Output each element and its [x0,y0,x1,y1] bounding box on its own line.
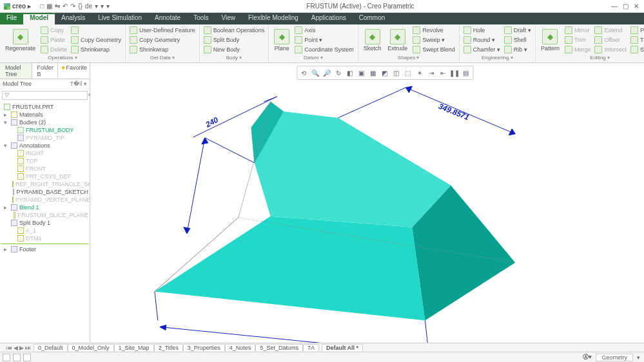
ribbon-shrinkwrap[interactable]: Shrinkwrap [128,45,197,54]
tree-item[interactable]: ▾Bodies (2) [1,119,88,126]
ribbon-swept-blend[interactable]: Swept Blend [411,45,456,54]
ribbon-delete[interactable]: Delete [39,45,68,54]
tree-item[interactable]: RIGHT [1,149,88,157]
status-icon[interactable] [3,354,10,361]
tree-item[interactable]: PRT_CSYS_DEF [1,173,88,180]
ribbon-group-label[interactable]: Engineering [462,54,532,61]
tree-tab-favorites[interactable]: ★Favorite [58,63,90,79]
tree-item[interactable]: FRONT [1,165,88,173]
ribbon-offset[interactable]: Offset [593,35,628,44]
ribbon-axis[interactable]: Axis [293,26,355,35]
ribbon-coordinate-system[interactable]: Coordinate System [293,45,355,54]
qat-redo[interactable]: ↷ [70,3,75,10]
smart-select-icon[interactable]: Ⓐ▾ [583,353,592,361]
minimize-icon[interactable]: — [611,3,618,10]
viewport[interactable]: ⟲🔍🔎↻◧▣▦◩◫⬚✶⇥⇤❚❚▤ [90,63,644,343]
ribbon-solidify[interactable]: Solidify [629,45,644,54]
qat-undo[interactable]: ↶ [63,3,68,10]
ribbon-sweep-[interactable]: Sweep ▾ [411,35,456,44]
ribbon-project[interactable]: Project [629,26,644,35]
disclosure-icon[interactable]: ▾ [4,142,9,149]
ribbon-pattern[interactable]: ◆Pattern [538,26,562,54]
maximize-icon[interactable]: ▢ [623,3,629,10]
tree-item[interactable]: FRUSTUM_SLICE_PLANE [1,211,88,219]
tree-item[interactable]: A_1 [1,227,88,234]
view-tab[interactable]: 1_Site_Map [114,344,154,351]
qat-btn[interactable]: {} [78,3,83,10]
tab-flexible-modeling[interactable]: Flexible Modeling [242,13,305,24]
nav-last-icon[interactable]: ⏭ [25,345,31,351]
tree-item[interactable]: ▸Blend 1 [1,204,88,211]
tab-common[interactable]: Common [353,13,392,24]
nav-prev-icon[interactable]: ◀ [14,345,18,351]
tree-item[interactable]: ▾Annotations [1,142,88,149]
ribbon-revolve[interactable]: Revolve [411,26,456,35]
ribbon-copy-geometry[interactable]: Copy Geometry [128,35,197,44]
tree-item[interactable]: ▸Materials [1,111,88,119]
tree-tab-folder[interactable]: Folder B [32,63,59,79]
tree-item[interactable]: FRUSTUM_BODY [1,126,88,134]
ribbon-group-label[interactable]: Operations [3,54,122,61]
disclosure-icon[interactable]: ▸ [4,204,9,211]
ribbon-split-body[interactable]: Split Body [202,35,266,44]
tree-item[interactable]: PYRAMID_TIP [1,134,88,142]
ribbon-group-label[interactable]: Shapes [361,54,456,61]
ribbon-paste[interactable]: Paste [39,35,68,44]
tab-view[interactable]: View [215,13,242,24]
tree-footer[interactable]: ▸ Footer [1,245,88,253]
tree-item[interactable]: TOP [1,157,88,165]
tab-annotate[interactable]: Annotate [148,13,187,24]
view-tab[interactable]: 3_Properties [183,344,225,351]
qat-btn[interactable]: ▾ [95,3,98,10]
selection-filter[interactable]: Geometry [596,354,633,361]
tab-model[interactable]: Model [23,13,55,24]
disclosure-icon[interactable]: ▾ [4,119,9,126]
view-tab-default[interactable]: Default All * [322,344,363,351]
ribbon-user-defined-feature[interactable]: User-Defined Feature [128,26,197,35]
tree-settings-icon[interactable]: T�íl ▾ [70,81,88,87]
ribbon-intersect[interactable]: Intersect [593,45,628,54]
ribbon-copy[interactable]: Copy [39,26,68,35]
tab-tools[interactable]: Tools [187,13,215,24]
ribbon-group-label[interactable]: Body [202,54,266,61]
tree-search-input[interactable] [11,91,87,99]
qat-btn[interactable]: ⇆ [55,3,60,10]
qat-btn[interactable]: ▾ [106,3,110,10]
disclosure-icon[interactable]: ▸ [4,111,9,118]
ribbon-boolean-operations[interactable]: Boolean Operations [202,26,266,35]
tab-applications[interactable]: Applications [305,13,353,24]
nav-first-icon[interactable]: ⏮ [6,345,12,351]
ribbon-group-label[interactable]: Datum [271,54,355,61]
ribbon-chamfer-[interactable]: Chamfer ▾ [462,45,502,54]
tab-file[interactable]: File [0,13,23,24]
ribbon-extrude[interactable]: ◆Extrude [385,26,410,54]
ribbon-shell[interactable]: Shell [503,35,532,44]
ribbon-draft-[interactable]: Draft ▾ [503,26,532,35]
ribbon-thicken[interactable]: Thicken [629,35,644,44]
ribbon-round-[interactable]: Round ▾ [462,35,502,44]
view-tab[interactable]: 0_Model_Only [68,344,114,351]
filter-dropdown-icon[interactable]: ▾ [637,354,640,361]
tree-item[interactable]: DTM1 [1,234,88,242]
ribbon-trim[interactable]: Trim [563,35,592,44]
ribbon-regenerate[interactable]: ◆Regenerate [3,26,38,54]
ribbon-merge[interactable]: Merge [563,45,592,54]
tree-root[interactable]: FRUSTUM.PRT [1,103,88,111]
ribbon-group-label[interactable]: Get Data [128,54,197,61]
view-tab[interactable]: 0_Default [34,344,68,351]
tab-live-simulation[interactable]: Live Simulation [92,13,148,24]
tree-item[interactable]: PYRAMID_VERTEX_PLANE [1,196,88,204]
tree-item[interactable]: Split Body 1 [1,219,88,227]
ribbon-group-label[interactable]: Editing [538,54,644,61]
tree-item[interactable]: REF_RIGHT_TRIANGLE_SKETCH [1,180,88,188]
view-tab[interactable]: 5_Set_Datums [255,344,303,351]
close-icon[interactable]: ✕ [634,3,639,10]
nav-next-icon[interactable]: ▶ [19,345,24,351]
ribbon-extend[interactable]: Extend [593,26,628,35]
tree-item[interactable]: PYRAMID_BASE_SKETCH [1,188,88,196]
ribbon-copy-geometry[interactable]: Copy Geometry [70,35,122,44]
ribbon-point-[interactable]: Point ▾ [293,35,355,44]
tab-analysis[interactable]: Analysis [55,13,92,24]
ribbon-shrinkwrap[interactable]: Shrinkwrap [70,45,122,54]
qat-btn[interactable]: □ [40,3,44,10]
